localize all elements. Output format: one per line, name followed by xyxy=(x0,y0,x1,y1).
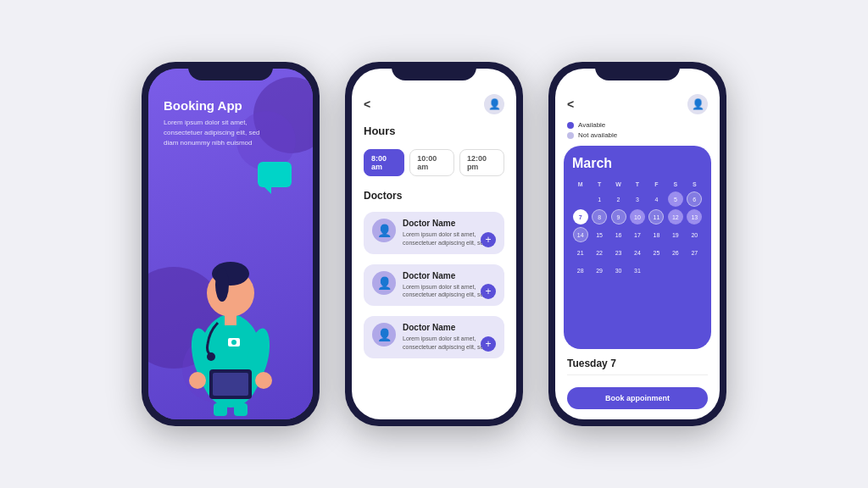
legend-not-available: Not available xyxy=(567,131,708,139)
time-slot-3[interactable]: 12:00 pm xyxy=(459,149,504,176)
phone-notch-3 xyxy=(595,62,680,80)
cal-day-18[interactable]: 18 xyxy=(648,227,664,242)
booking-screen: Booking App Lorem ipsum dolor sit amet, … xyxy=(148,69,313,419)
svg-point-7 xyxy=(189,372,206,389)
cal-day-13[interactable]: 13 xyxy=(687,209,702,225)
cal-day-17[interactable]: 17 xyxy=(630,227,645,242)
cal-day-7[interactable]: 7 xyxy=(573,209,588,225)
availability-legend: Available Not available xyxy=(555,121,720,146)
svg-point-11 xyxy=(207,352,215,361)
cal-day-11[interactable]: 11 xyxy=(648,209,664,225)
svg-rect-10 xyxy=(213,373,248,396)
doctor-avatar-3: 👤 xyxy=(372,323,396,347)
cal-day-21[interactable]: 21 xyxy=(573,245,588,260)
cal-day-28[interactable]: 28 xyxy=(573,263,588,278)
calendar-screen: < 👤 Available Not available March M xyxy=(555,69,720,419)
calendar-grid: M T W T F S S 1 2 3 4 5 6 7 xyxy=(572,180,703,278)
legend-available: Available xyxy=(567,121,708,129)
day-header-mon: M xyxy=(572,180,588,189)
screen2-header: < 👤 xyxy=(364,94,504,114)
calendar-user-icon[interactable]: 👤 xyxy=(687,94,708,114)
cal-day-3[interactable]: 3 xyxy=(630,191,645,207)
doctor-name-1: Doctor Name xyxy=(403,219,496,228)
svg-rect-13 xyxy=(234,403,248,416)
month-title: March xyxy=(572,156,703,171)
back-arrow[interactable]: < xyxy=(364,97,370,111)
available-label: Available xyxy=(578,121,605,129)
cal-day-5[interactable]: 5 xyxy=(668,191,683,207)
doctor-card-3[interactable]: 👤 Doctor Name Lorem ipsum dolor sit amet… xyxy=(364,316,504,358)
doctors-section-label: Doctors xyxy=(364,190,504,202)
selected-date-display: Tuesday 7 xyxy=(567,358,708,375)
calendar-panel: March M T W T F S S 1 2 3 4 5 xyxy=(564,146,711,349)
cal-empty-1 xyxy=(573,191,588,207)
cal-day-10[interactable]: 10 xyxy=(630,209,645,225)
day-header-wed: W xyxy=(610,180,626,189)
doctor-card-1[interactable]: 👤 Doctor Name Lorem ipsum dolor sit amet… xyxy=(364,212,504,254)
doctor-illustration xyxy=(167,213,294,419)
cal-day-30[interactable]: 30 xyxy=(611,263,626,278)
cal-day-9[interactable]: 9 xyxy=(611,209,626,225)
time-slot-2[interactable]: 10:00 am xyxy=(409,149,454,176)
phone-doctors-list: < 👤 Hours 8:00 am 10:00 am 12:00 pm Doct… xyxy=(345,62,523,426)
svg-rect-12 xyxy=(214,403,227,416)
phone-notch xyxy=(188,62,273,80)
day-header-fri: F xyxy=(648,180,665,189)
phone-notch-2 xyxy=(392,62,476,80)
available-dot xyxy=(567,122,574,129)
doctor-avatar-1: 👤 xyxy=(372,219,396,242)
unavailable-dot xyxy=(567,132,574,139)
add-doctor-3-button[interactable]: + xyxy=(481,336,496,352)
cal-day-8[interactable]: 8 xyxy=(592,209,607,225)
doctor-avatar-2: 👤 xyxy=(372,271,396,295)
doctor-card-2[interactable]: 👤 Doctor Name Lorem ipsum dolor sit amet… xyxy=(364,264,504,307)
cal-day-20[interactable]: 20 xyxy=(687,227,702,242)
phone-calendar: < 👤 Available Not available March M xyxy=(548,62,726,426)
cal-day-31[interactable]: 31 xyxy=(630,263,645,278)
hours-section-label: Hours xyxy=(364,125,504,137)
cal-day-6[interactable]: 6 xyxy=(687,191,702,207)
day-header-sat: S xyxy=(667,180,683,189)
day-header-sun: S xyxy=(687,180,703,189)
doctor-name-2: Doctor Name xyxy=(403,271,496,280)
app-description: Lorem ipsum dolor sit amet, consectetuer… xyxy=(164,118,274,148)
svg-rect-4 xyxy=(225,313,236,325)
cal-day-27[interactable]: 27 xyxy=(687,245,702,260)
day-header-tue: T xyxy=(591,180,607,189)
cal-day-12[interactable]: 12 xyxy=(668,209,683,225)
book-appointment-button[interactable]: Book appoinment xyxy=(567,387,708,409)
time-slots-container: 8:00 am 10:00 am 12:00 pm xyxy=(364,149,504,176)
cal-day-26[interactable]: 26 xyxy=(668,245,683,260)
app-title: Booking App xyxy=(164,98,298,113)
cal-day-1[interactable]: 1 xyxy=(592,191,607,207)
unavailable-label: Not available xyxy=(578,131,617,139)
user-icon[interactable]: 👤 xyxy=(484,94,504,114)
time-slot-1[interactable]: 8:00 am xyxy=(364,149,404,176)
cal-day-24[interactable]: 24 xyxy=(630,245,645,260)
cal-day-19[interactable]: 19 xyxy=(668,227,683,242)
speech-bubble-icon xyxy=(258,162,292,187)
cal-day-29[interactable]: 29 xyxy=(592,263,607,278)
svg-point-8 xyxy=(255,372,272,389)
cal-day-14[interactable]: 14 xyxy=(573,227,588,242)
phone-booking: Booking App Lorem ipsum dolor sit amet, … xyxy=(142,62,320,426)
cal-day-25[interactable]: 25 xyxy=(648,245,664,260)
cal-day-4[interactable]: 4 xyxy=(648,191,664,207)
cal-day-15[interactable]: 15 xyxy=(592,227,607,242)
doctors-list-screen: < 👤 Hours 8:00 am 10:00 am 12:00 pm Doct… xyxy=(352,69,516,419)
cal-day-23[interactable]: 23 xyxy=(611,245,626,260)
calendar-back-arrow[interactable]: < xyxy=(567,97,574,111)
cal-day-22[interactable]: 22 xyxy=(592,245,607,260)
svg-point-15 xyxy=(231,340,236,345)
cal-day-16[interactable]: 16 xyxy=(611,227,626,242)
day-header-thu: T xyxy=(629,180,645,189)
calendar-bottom: Tuesday 7 Book appoinment xyxy=(555,349,720,419)
cal-day-2[interactable]: 2 xyxy=(611,191,626,207)
add-doctor-1-button[interactable]: + xyxy=(481,232,496,247)
svg-point-3 xyxy=(215,268,229,302)
doctor-name-3: Doctor Name xyxy=(403,323,496,332)
